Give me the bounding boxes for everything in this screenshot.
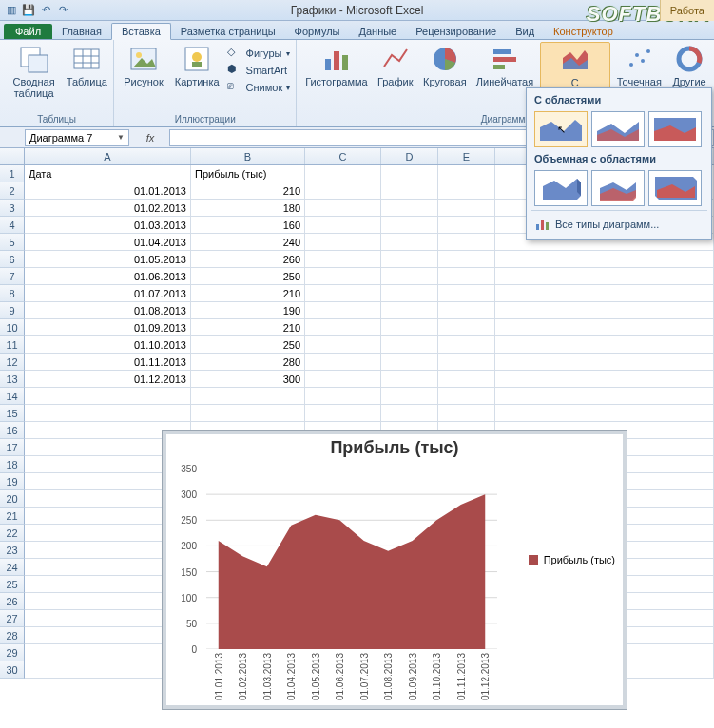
cell[interactable]: 190 [191, 302, 305, 319]
col-header-B[interactable]: B [191, 148, 305, 164]
row-header[interactable]: 18 [0, 456, 25, 473]
tab-вставка[interactable]: Вставка [111, 23, 171, 40]
row-header[interactable]: 14 [0, 388, 25, 405]
other-charts-button[interactable]: Другие [668, 42, 710, 89]
row-header[interactable]: 2 [0, 182, 25, 200]
area-chart-type-3[interactable] [648, 111, 702, 147]
cell[interactable]: 250 [191, 268, 305, 285]
cell[interactable]: Дата [25, 165, 191, 182]
cell[interactable] [305, 319, 381, 336]
area-chart-type-2[interactable] [591, 111, 645, 147]
row-header[interactable]: 3 [0, 200, 25, 217]
cell[interactable] [381, 371, 438, 388]
tab-формулы[interactable]: Формулы [285, 24, 350, 39]
row-header[interactable]: 23 [0, 542, 25, 559]
cell[interactable] [305, 388, 381, 405]
row-header[interactable]: 20 [0, 490, 25, 508]
cell[interactable]: 01.08.2013 [25, 302, 191, 319]
cell[interactable]: 260 [191, 251, 305, 268]
all-chart-types-button[interactable]: Все типы диаграмм... [531, 210, 707, 236]
row-header[interactable]: 9 [0, 302, 25, 319]
area3d-chart-type-1[interactable] [534, 170, 588, 206]
cell[interactable]: 01.11.2013 [25, 354, 191, 371]
cell[interactable] [438, 217, 495, 234]
col-header-D[interactable]: D [381, 148, 438, 164]
col-header-A[interactable]: A [25, 148, 191, 164]
tab-рецензирование[interactable]: Рецензирование [406, 24, 506, 39]
row-header[interactable]: 8 [0, 285, 25, 302]
cell[interactable]: 01.09.2013 [25, 319, 191, 336]
cell[interactable] [438, 388, 495, 405]
row-header[interactable]: 24 [0, 559, 25, 576]
cell[interactable] [438, 200, 495, 217]
cell[interactable] [305, 234, 381, 251]
row-header[interactable]: 13 [0, 371, 25, 388]
row-header[interactable]: 1 [0, 165, 25, 182]
cell[interactable]: 280 [191, 354, 305, 371]
row-header[interactable]: 30 [0, 661, 25, 679]
cell[interactable] [305, 268, 381, 285]
clipart-button[interactable]: Картинка [171, 42, 223, 89]
row-header[interactable]: 4 [0, 217, 25, 234]
picture-button[interactable]: Рисунок [120, 42, 167, 89]
line-chart-button[interactable]: График [375, 42, 416, 89]
cell[interactable]: 01.03.2013 [25, 217, 191, 234]
name-box[interactable]: Диаграмма 7▼ [25, 129, 129, 146]
row-header[interactable]: 19 [0, 473, 25, 490]
cell[interactable]: 210 [191, 285, 305, 302]
row-header[interactable]: 12 [0, 354, 25, 371]
cell[interactable]: 01.04.2013 [25, 234, 191, 251]
tab-разметка страницы[interactable]: Разметка страницы [171, 24, 285, 39]
cell[interactable]: 01.06.2013 [25, 268, 191, 285]
tab-данные[interactable]: Данные [349, 24, 406, 39]
cell[interactable] [305, 165, 381, 182]
cell[interactable] [438, 336, 495, 354]
cell[interactable] [191, 405, 305, 422]
cell[interactable] [305, 336, 381, 354]
area3d-chart-type-2[interactable] [591, 170, 645, 206]
cell[interactable] [191, 388, 305, 405]
cell[interactable]: 210 [191, 182, 305, 200]
embedded-chart[interactable]: Прибыль (тыс) 050100150200250300350 01.0… [162, 430, 627, 710]
cell[interactable] [381, 200, 438, 217]
cell[interactable] [438, 371, 495, 388]
redo-icon[interactable]: ↷ [55, 3, 70, 18]
cell[interactable]: 01.07.2013 [25, 285, 191, 302]
cell[interactable]: 01.02.2013 [25, 200, 191, 217]
scatter-chart-button[interactable]: Точечная [614, 42, 666, 89]
cell[interactable] [305, 285, 381, 302]
cell[interactable] [381, 388, 438, 405]
row-header[interactable]: 26 [0, 593, 25, 610]
col-header-C[interactable]: C [305, 148, 381, 164]
tab-главная[interactable]: Главная [52, 24, 111, 39]
cell[interactable]: 250 [191, 336, 305, 354]
cell[interactable]: 300 [191, 371, 305, 388]
bar-chart-button[interactable]: Линейчатая [473, 42, 536, 89]
cell[interactable] [381, 405, 438, 422]
cell[interactable] [305, 405, 381, 422]
cell[interactable] [381, 251, 438, 268]
cell[interactable] [438, 354, 495, 371]
cell[interactable]: 210 [191, 319, 305, 336]
area3d-chart-type-3[interactable] [648, 170, 702, 206]
cell[interactable] [305, 302, 381, 319]
area-chart-type-1[interactable]: ↖ [534, 111, 588, 147]
cell[interactable] [438, 268, 495, 285]
cell[interactable] [25, 388, 191, 405]
pie-chart-button[interactable]: Круговая [420, 42, 470, 89]
screenshot-button[interactable]: ⎚Снимок▾ [227, 80, 291, 95]
row-header[interactable]: 6 [0, 251, 25, 268]
undo-icon[interactable]: ↶ [38, 3, 53, 18]
cell[interactable] [305, 217, 381, 234]
shapes-button[interactable]: ◇Фигуры▾ [227, 46, 291, 61]
cell[interactable] [305, 182, 381, 200]
cell[interactable]: 160 [191, 217, 305, 234]
column-chart-button[interactable]: Гистограмма [302, 42, 370, 89]
row-header[interactable]: 5 [0, 234, 25, 251]
cell[interactable] [381, 268, 438, 285]
row-header[interactable]: 10 [0, 319, 25, 336]
cell[interactable] [381, 285, 438, 302]
cell[interactable] [381, 319, 438, 336]
cell[interactable]: 180 [191, 200, 305, 217]
row-header[interactable]: 7 [0, 268, 25, 285]
